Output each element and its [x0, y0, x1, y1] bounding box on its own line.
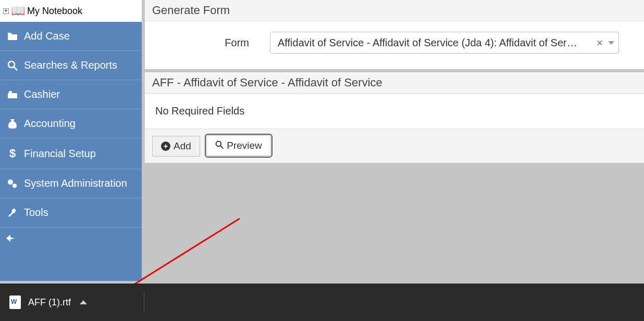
form-row: Form Affidavit of Service - Affidavit of…: [155, 32, 634, 54]
svg-point-2: [8, 179, 13, 185]
sidebar-item-tools[interactable]: Tools: [0, 198, 142, 227]
sidebar-item-label: Cashier: [24, 88, 60, 100]
svg-point-3: [13, 184, 17, 188]
required-fields-message: No Required Fields: [145, 94, 644, 129]
action-bar: + Add Preview: [145, 129, 644, 163]
notebook-label: My Notebook: [27, 6, 82, 17]
preview-button[interactable]: Preview: [206, 135, 271, 156]
expand-plus-icon[interactable]: +: [3, 8, 9, 14]
sidebar-item-searches-reports[interactable]: Searches & Reports: [0, 51, 142, 80]
download-bar: AFF (1).rtf: [0, 284, 644, 321]
clear-selection-icon[interactable]: ×: [593, 37, 606, 49]
gears-icon: [6, 178, 19, 189]
downloaded-file[interactable]: AFF (1).rtf: [9, 292, 144, 313]
dollar-icon: $: [6, 147, 19, 160]
form-select-value: Affidavit of Service - Affidavit of Serv…: [278, 37, 593, 49]
search-icon: [215, 140, 224, 151]
sidebar-item-my-notebook[interactable]: + 📖 My Notebook: [0, 0, 142, 22]
svg-point-4: [216, 142, 221, 147]
sidebar-item-label: Financial Setup: [24, 148, 96, 160]
sidebar-item-label: Searches & Reports: [24, 59, 117, 71]
sidebar-item-label: Tools: [24, 207, 48, 219]
plus-circle-icon: +: [161, 142, 170, 151]
add-button[interactable]: + Add: [152, 136, 200, 157]
cashier-icon: [6, 90, 19, 99]
search-icon: [6, 60, 19, 71]
main-content: Generate Form Form Affidavit of Service …: [142, 0, 644, 281]
generate-form-panel: Generate Form Form Affidavit of Service …: [145, 0, 644, 69]
preview-button-label: Preview: [227, 140, 262, 151]
collapse-left-icon: [6, 235, 15, 242]
sidebar-item-accounting[interactable]: Accounting: [0, 109, 142, 138]
folder-plus-icon: [6, 32, 19, 41]
sidebar-item-label: System Administration: [24, 177, 127, 189]
sidebar-item-cashier[interactable]: Cashier: [0, 80, 142, 109]
download-filename: AFF (1).rtf: [28, 297, 71, 308]
word-file-icon: [9, 296, 21, 309]
chevron-down-icon[interactable]: [608, 41, 614, 45]
form-field-label: Form: [155, 37, 249, 49]
sidebar: + 📖 My Notebook Add Case Searches & Repo…: [0, 0, 142, 281]
form-section-title: AFF - Affidavit of Service - Affidavit o…: [145, 72, 644, 94]
sidebar-item-label: Add Case: [24, 30, 70, 42]
wrench-icon: [6, 208, 19, 218]
sidebar-item-financial-setup[interactable]: $ Financial Setup: [0, 138, 142, 169]
form-details-panel: AFF - Affidavit of Service - Affidavit o…: [145, 72, 644, 163]
notebook-icon: 📖: [11, 4, 25, 18]
svg-point-0: [8, 61, 15, 68]
money-bag-icon: [6, 118, 19, 130]
add-button-label: Add: [174, 140, 191, 152]
sidebar-item-system-administration[interactable]: System Administration: [0, 169, 142, 198]
sidebar-collapse-button[interactable]: [0, 227, 142, 251]
sidebar-item-label: Accounting: [24, 118, 76, 130]
sidebar-item-add-case[interactable]: Add Case: [0, 22, 142, 51]
form-select[interactable]: Affidavit of Service - Affidavit of Serv…: [270, 32, 619, 54]
generate-form-title: Generate Form: [145, 0, 644, 21]
svg-line-5: [221, 146, 224, 148]
chevron-up-icon[interactable]: [80, 300, 87, 304]
svg-line-1: [14, 67, 17, 70]
